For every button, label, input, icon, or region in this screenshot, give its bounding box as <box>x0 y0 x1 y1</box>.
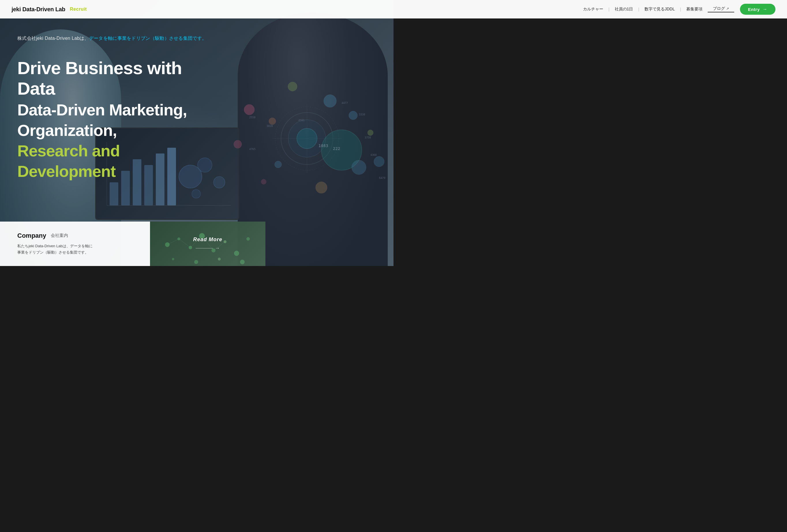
hero-section: 4477 3338 3750 4368 6479 4591 2550 3828 … <box>0 0 394 266</box>
hero-subtitle: 株式会社jeki Data-Driven Labは、データを軸に事業をドリブン（… <box>17 35 207 42</box>
readmore-arrow-icon: → <box>215 246 220 251</box>
company-title-en: Company <box>17 232 46 239</box>
hero-line3: Organization, <box>17 121 117 139</box>
company-desc-line2: 事業をドリブン（駆動）させる集団です。 <box>17 249 139 256</box>
hero-title: Drive Business with Data Data-Driven Mar… <box>17 58 219 181</box>
readmore-line <box>196 248 213 249</box>
bottom-cards: Company 会社案内 私たちjeki Data-Driven Labは、デー… <box>0 221 265 266</box>
readmore-bg <box>150 221 265 266</box>
hero-subtitle-highlight: データを軸に事業をドリブン（駆動）させる集団です。 <box>89 36 207 41</box>
readmore-card[interactable]: Read More → <box>150 221 265 266</box>
recruit-badge: Recruit <box>70 7 87 12</box>
hero-line4: Research and Development <box>17 142 120 180</box>
site-header: jeki Data-Driven Lab Recruit カルチャー | 社員の… <box>0 0 394 19</box>
logo: jeki Data-Driven Lab <box>12 6 65 13</box>
header-left: jeki Data-Driven Lab Recruit <box>12 6 87 13</box>
hero-line1: Drive Business with Data <box>17 58 182 99</box>
company-desc-line1: 私たちjeki Data-Driven Labは、データを軸に <box>17 243 139 249</box>
company-card-title: Company 会社案内 <box>17 232 139 239</box>
hero-subtitle-normal: 株式会社jeki Data-Driven Labは、 <box>17 36 89 41</box>
company-card-desc: 私たちjeki Data-Driven Labは、データを軸に 事業をドリブン（… <box>17 243 139 256</box>
readmore-arrow: → <box>196 246 220 251</box>
readmore-label: Read More <box>193 237 222 242</box>
hero-title-block: Drive Business with Data Data-Driven Mar… <box>17 58 219 181</box>
company-card: Company 会社案内 私たちjeki Data-Driven Labは、デー… <box>0 221 150 266</box>
company-title-ja: 会社案内 <box>51 233 68 238</box>
hero-line2: Data-Driven Marketing, <box>17 101 187 119</box>
